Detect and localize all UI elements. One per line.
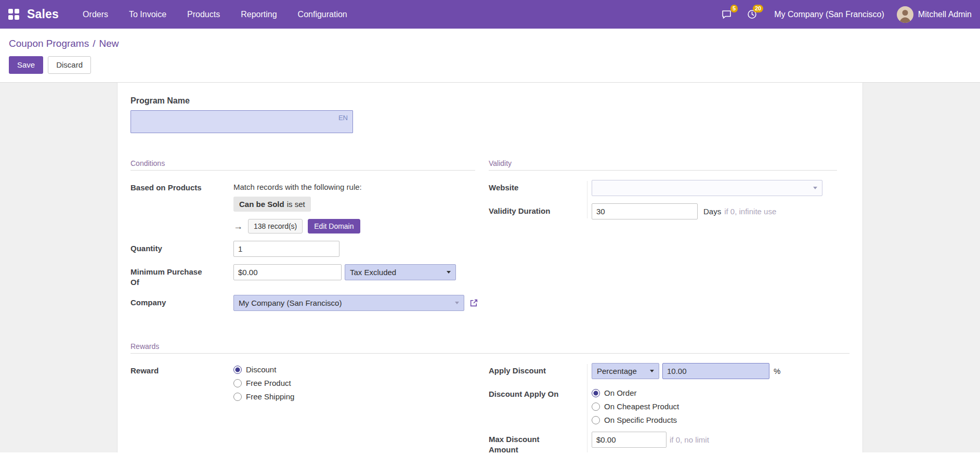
validity-duration-input[interactable]	[592, 203, 698, 219]
validity-group: Validity Website Validity Duration	[489, 159, 850, 227]
discount-apply-on-row: Discount Apply On On Order On	[489, 386, 837, 424]
max-discount-row: Max Discount Amount if 0, no limit	[489, 432, 837, 452]
validity-duration-label: Validity Duration	[489, 203, 592, 216]
radio-option-label: Discount	[246, 365, 276, 374]
based-on-products-row: Based on Products Match records with the…	[130, 180, 475, 234]
conditions-section-title: Conditions	[130, 159, 475, 171]
quantity-input[interactable]	[233, 241, 339, 257]
edit-domain-button[interactable]: Edit Domain	[308, 219, 360, 234]
main-menu: Orders To Invoice Products Reporting Con…	[83, 10, 347, 19]
caret-down-icon	[650, 370, 654, 372]
app-name[interactable]: Sales	[27, 7, 59, 21]
reward-label: Reward	[130, 363, 233, 376]
radio-option-label: Free Product	[246, 379, 291, 387]
activities-icon[interactable]: 20	[747, 9, 757, 20]
validity-duration-row: Validity Duration Days if 0, infinite us…	[489, 203, 837, 219]
website-row: Website	[489, 180, 837, 196]
based-on-products-label: Based on Products	[130, 180, 233, 193]
min-purchase-label: Minimum Purchase Of	[130, 264, 233, 288]
program-name-input[interactable]: EN	[130, 110, 353, 133]
reward-group: Reward Discount Free Product	[130, 363, 489, 408]
menu-orders[interactable]: Orders	[83, 10, 108, 19]
external-link-icon[interactable]	[469, 299, 478, 307]
min-purchase-row: Minimum Purchase Of Tax Excluded	[130, 264, 475, 288]
radio-option-label: On Cheapest Product	[604, 402, 679, 411]
max-discount-hint: if 0, no limit	[670, 435, 709, 444]
company-switcher[interactable]: My Company (San Francisco)	[774, 10, 884, 19]
radio-option-free-shipping[interactable]: Free Shipping	[233, 392, 294, 401]
radio-icon	[233, 366, 242, 374]
website-select[interactable]	[592, 180, 822, 196]
radio-icon	[233, 379, 242, 387]
caret-down-icon	[813, 187, 817, 189]
validity-section-title: Validity	[489, 159, 837, 171]
conditions-validity-groups: Conditions Based on Products Match recor…	[130, 159, 850, 318]
company-value: My Company (San Francisco)	[239, 299, 342, 307]
discount-type-select[interactable]: Percentage	[592, 363, 659, 379]
records-count-button[interactable]: 138 record(s)	[248, 219, 303, 234]
program-name-label: Program Name	[130, 96, 850, 106]
radio-option-discount[interactable]: Discount	[233, 365, 294, 374]
program-name-block: Program Name EN	[130, 96, 850, 133]
arrow-right-icon: →	[233, 222, 243, 231]
company-select[interactable]: My Company (San Francisco)	[233, 295, 464, 311]
apply-discount-row: Apply Discount Percentage %	[489, 363, 837, 379]
radio-option-on-order[interactable]: On Order	[592, 388, 679, 397]
radio-icon	[592, 416, 600, 424]
radio-icon	[592, 389, 600, 397]
radio-option-on-specific-products[interactable]: On Specific Products	[592, 416, 679, 424]
min-purchase-input[interactable]	[233, 264, 342, 280]
company-row: Company My Company (San Francisco)	[130, 295, 475, 311]
quantity-row: Quantity	[130, 241, 475, 257]
top-navbar: Sales Orders To Invoice Products Reporti…	[0, 0, 980, 29]
radio-option-free-product[interactable]: Free Product	[233, 379, 294, 387]
discount-percentage-input[interactable]	[662, 363, 769, 379]
activities-badge: 20	[753, 5, 763, 12]
radio-option-on-cheapest-product[interactable]: On Cheapest Product	[592, 402, 679, 411]
breadcrumb-parent[interactable]: Coupon Programs	[9, 38, 89, 49]
max-discount-input[interactable]	[592, 432, 667, 448]
avatar[interactable]	[897, 6, 913, 23]
rewards-section-title: Rewards	[130, 342, 850, 354]
breadcrumb-separator: /	[93, 38, 95, 49]
website-label: Website	[489, 180, 592, 193]
caret-down-icon	[447, 271, 451, 274]
domain-rule-badge[interactable]: Can be Sold is set	[233, 197, 311, 212]
max-discount-label: Max Discount Amount	[489, 432, 592, 452]
messages-badge: 5	[730, 5, 738, 12]
rule-intro-text: Match records with the following rule:	[233, 180, 362, 191]
menu-to-invoice[interactable]: To Invoice	[129, 10, 166, 19]
messages-icon[interactable]: 5	[721, 9, 732, 20]
control-panel: Coupon Programs/New Save Discard	[0, 29, 980, 83]
quantity-label: Quantity	[130, 241, 233, 254]
translation-lang-tag[interactable]: EN	[338, 114, 348, 122]
rewards-section: Rewards Reward Discount	[130, 342, 850, 452]
content-area: Program Name EN Conditions Based on Prod…	[0, 83, 980, 452]
breadcrumb: Coupon Programs/New	[9, 38, 971, 49]
menu-configuration[interactable]: Configuration	[298, 10, 347, 19]
duration-unit-text: Days	[703, 207, 721, 216]
form-sheet: Program Name EN Conditions Based on Prod…	[117, 83, 863, 452]
reward-radio-group: Discount Free Product Free Shipping	[233, 363, 294, 401]
tax-mode-select[interactable]: Tax Excluded	[345, 264, 456, 280]
discount-type-value: Percentage	[597, 367, 637, 375]
radio-icon	[592, 403, 600, 411]
duration-hint-text: if 0, infinite use	[724, 207, 776, 216]
radio-option-label: Free Shipping	[246, 392, 294, 401]
menu-products[interactable]: Products	[187, 10, 220, 19]
discount-apply-on-radio-group: On Order On Cheapest Product On Specific…	[592, 386, 679, 424]
save-button[interactable]: Save	[9, 56, 43, 74]
apps-menu-icon[interactable]	[8, 9, 19, 20]
breadcrumb-current: New	[99, 38, 119, 49]
conditions-group: Conditions Based on Products Match recor…	[130, 159, 489, 318]
discount-apply-on-label: Discount Apply On	[489, 386, 592, 399]
radio-icon	[233, 393, 242, 401]
action-buttons: Save Discard	[9, 56, 971, 74]
caret-down-icon	[455, 302, 459, 304]
radio-option-label: On Order	[604, 388, 637, 397]
user-menu[interactable]: Mitchell Admin	[918, 10, 972, 19]
discard-button[interactable]: Discard	[48, 56, 91, 74]
discount-group: Apply Discount Percentage %	[489, 363, 850, 452]
menu-reporting[interactable]: Reporting	[241, 10, 277, 19]
percent-suffix: %	[774, 367, 780, 375]
